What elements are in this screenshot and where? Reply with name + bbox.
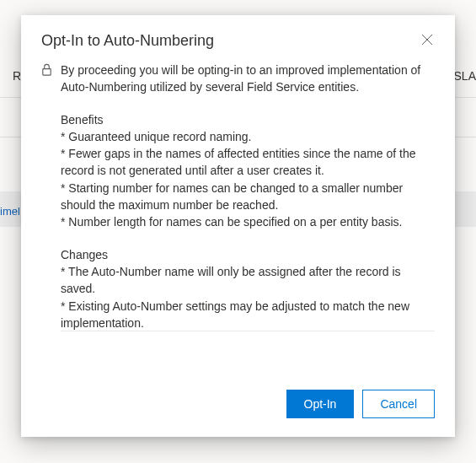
lock-column bbox=[41, 62, 52, 356]
change-item: * The Auto-Number name will only be assi… bbox=[61, 263, 428, 298]
background-link[interactable]: imel bbox=[0, 205, 20, 218]
modal-content-scroll[interactable]: By proceeding you will be opting-in to a… bbox=[61, 62, 435, 331]
modal-header: Opt-In to Auto-Numbering bbox=[21, 15, 455, 62]
opt-in-button[interactable]: Opt-In bbox=[286, 390, 355, 418]
modal-title: Opt-In to Auto-Numbering bbox=[41, 32, 214, 50]
benefit-item: * Guaranteed unique record naming. bbox=[61, 128, 428, 145]
opt-in-modal: Opt-In to Auto-Numbering By proceeding y… bbox=[21, 15, 455, 437]
lock-icon bbox=[41, 63, 52, 76]
modal-body: By proceeding you will be opting-in to a… bbox=[21, 62, 455, 364]
svg-rect-2 bbox=[43, 69, 51, 76]
benefits-header: Benefits bbox=[61, 111, 428, 128]
benefit-item: * Number length for names can be specifi… bbox=[61, 213, 428, 230]
background-text: R bbox=[13, 69, 21, 83]
changes-header: Changes bbox=[61, 246, 428, 263]
modal-footer: Opt-In Cancel bbox=[21, 364, 455, 437]
close-icon bbox=[421, 34, 433, 46]
close-button[interactable] bbox=[420, 32, 435, 47]
change-item: * Existing Auto-Number settings may be a… bbox=[61, 298, 428, 331]
benefit-item: * Fewer gaps in the names of affected en… bbox=[61, 145, 428, 180]
cancel-button[interactable]: Cancel bbox=[362, 390, 435, 418]
benefit-item: * Starting number for names can be chang… bbox=[61, 180, 428, 214]
intro-text: By proceeding you will be opting-in to a… bbox=[61, 62, 428, 96]
